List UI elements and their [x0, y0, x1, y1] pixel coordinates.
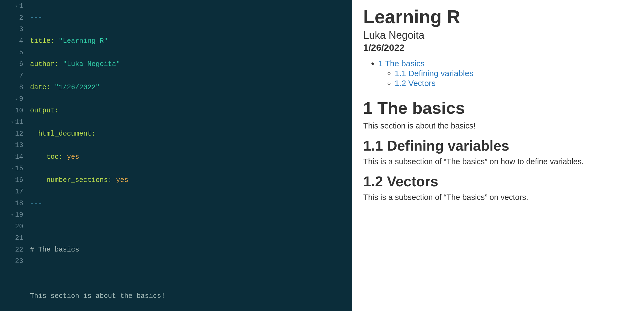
section-heading-basics: 1 The basics — [363, 98, 633, 118]
toc-link-vectors[interactable]: 1.2 Vectors — [395, 79, 436, 88]
section-heading-vectors: 1.2 Vectors — [363, 173, 633, 190]
yaml-value: yes — [116, 176, 128, 184]
yaml-delimiter: --- — [30, 199, 42, 207]
yaml-key: number_sections: — [46, 176, 112, 184]
yaml-string: "1/26/2022" — [55, 83, 100, 91]
yaml-string: "Luka Negoita" — [63, 60, 120, 68]
table-of-contents: 1 The basics 1.1 Defining variables 1.2 … — [363, 59, 633, 88]
section-body: This is a subsection of “The basics” on … — [363, 157, 633, 166]
yaml-value: yes — [67, 153, 79, 161]
section-body: This section is about the basics! — [363, 121, 633, 130]
yaml-key: date: — [30, 83, 51, 91]
fold-down-icon[interactable]: ▾ — [10, 163, 13, 175]
fold-down-icon[interactable]: ▾ — [10, 116, 13, 128]
date-label: 1/26/2022 — [363, 42, 633, 53]
author-label: Luka Negoita — [363, 29, 633, 41]
yaml-key: output: — [30, 107, 59, 115]
toc-link-defining-variables[interactable]: 1.1 Defining variables — [395, 69, 474, 78]
yaml-key: toc: — [46, 153, 63, 161]
section-heading-defining-variables: 1.1 Defining variables — [363, 137, 633, 154]
toc-link-basics[interactable]: 1 The basics — [378, 59, 425, 68]
fold-down-icon[interactable]: ▾ — [14, 1, 17, 12]
editor-pane[interactable]: ▾1 2 3 4 5 6 7 8 ▴9 10 ▾11 12 13 14 ▾15 … — [0, 0, 352, 311]
yaml-delimiter: --- — [30, 14, 42, 22]
fold-up-icon[interactable]: ▴ — [14, 93, 17, 105]
code-area[interactable]: --- title: "Learning R" author: "Luka Ne… — [26, 0, 292, 311]
markdown-heading: # The basics — [30, 246, 79, 254]
yaml-key: html_document: — [38, 130, 96, 138]
yaml-key: title: — [30, 37, 55, 45]
yaml-string: "Learning R" — [59, 37, 108, 45]
yaml-key: author: — [30, 60, 59, 68]
fold-down-icon[interactable]: ▾ — [10, 209, 13, 221]
section-body: This is a subsection of “The basics” on … — [363, 193, 633, 202]
markdown-text: This section is about the basics! — [30, 292, 165, 300]
preview-pane: Learning R Luka Negoita 1/26/2022 1 The … — [352, 0, 644, 311]
line-number-gutter: ▾1 2 3 4 5 6 7 8 ▴9 10 ▾11 12 13 14 ▾15 … — [0, 0, 26, 311]
page-title: Learning R — [363, 6, 633, 27]
